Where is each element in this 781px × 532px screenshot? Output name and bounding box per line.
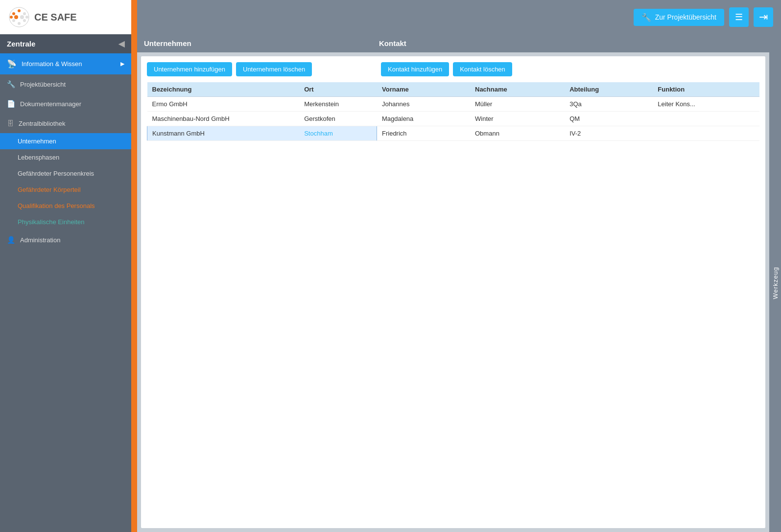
chevron-right-icon: ▶ bbox=[120, 61, 124, 67]
sidebar-subitem-lebensphasen[interactable]: Lebensphasen bbox=[0, 149, 131, 165]
sidebar-subitem-label: Gefährdeter Personenkreis bbox=[18, 170, 94, 177]
table-row[interactable]: MagdalenaWinterQM bbox=[377, 112, 759, 126]
btn-kontakt-loeschen[interactable]: Kontakt löschen bbox=[453, 62, 512, 76]
col-bezeichnung: Bezeichnung bbox=[147, 82, 300, 97]
cell-ort: Merkenstein bbox=[299, 97, 377, 112]
sidebar-subitem-label: Unternehmen bbox=[18, 138, 56, 145]
svg-point-1 bbox=[12, 12, 15, 15]
table-row[interactable]: Kunstmann GmbHStochham bbox=[147, 126, 377, 141]
sidebar-item-administration[interactable]: 👤 Administration bbox=[0, 230, 131, 250]
cell-bezeichnung: Kunstmann GmbH bbox=[147, 126, 300, 141]
cell-ort: Gerstkofen bbox=[299, 112, 377, 126]
svg-point-8 bbox=[25, 16, 28, 19]
sidebar-title: Zentrale bbox=[7, 40, 35, 48]
hamburger-icon: ☰ bbox=[735, 12, 743, 23]
header-right: 🔧 Zur Projektübersicht ☰ ⇥ bbox=[137, 0, 781, 34]
cell-abteilung: IV-2 bbox=[565, 126, 653, 141]
svg-point-10 bbox=[20, 15, 24, 19]
kontakt-section-title: Kontakt bbox=[379, 39, 762, 47]
svg-point-5 bbox=[18, 22, 21, 25]
cell-ort: Stochham bbox=[299, 126, 377, 141]
btn-projektubersicht-label: Zur Projektübersicht bbox=[655, 13, 716, 21]
sidebar-item-projektuebersicht[interactable]: 🔧 Projektübersicht bbox=[0, 74, 131, 94]
btn-projektubersicht[interactable]: 🔧 Zur Projektübersicht bbox=[634, 9, 724, 26]
section-header: Unternehmen Kontakt bbox=[137, 34, 769, 52]
cell-vorname: Friedrich bbox=[377, 126, 470, 141]
table-row[interactable]: FriedrichObmannIV-2 bbox=[377, 126, 759, 141]
cell-funktion bbox=[653, 112, 759, 126]
person-icon: 👤 bbox=[7, 236, 15, 244]
sidebar-subitem-label: Qualifikation des Personals bbox=[18, 202, 95, 209]
file-icon: 📄 bbox=[7, 100, 15, 108]
cell-vorname: Magdalena bbox=[377, 112, 470, 126]
col-vorname: Vorname bbox=[377, 82, 470, 97]
werkzeug-bar[interactable]: Werkzeug bbox=[769, 34, 781, 532]
header: CE SAFE 🔧 Zur Projektübersicht ☰ ⇥ bbox=[0, 0, 781, 34]
sidebar-item-dokumentenmanager[interactable]: 📄 Dokumentenmanager bbox=[0, 94, 131, 114]
btn-hamburger[interactable]: ☰ bbox=[729, 7, 749, 27]
tables-row: Bezeichnung Ort Ermo GmbHMerkensteinMasc… bbox=[147, 82, 759, 141]
sidebar-subitem-gefaehrdeter-koerperteil[interactable]: Gefährdeter Körperteil bbox=[0, 182, 131, 198]
btn-exit[interactable]: ⇥ bbox=[754, 7, 773, 27]
sidebar-header: Zentrale ◀ bbox=[0, 34, 131, 53]
cell-funktion: Leiter Kons... bbox=[653, 97, 759, 112]
logo-area: CE SAFE bbox=[0, 0, 131, 34]
sidebar-subitem-unternehmen[interactable]: Unternehmen bbox=[0, 133, 131, 149]
sidebar-subitem-qualifikation-personal[interactable]: Qualifikation des Personals bbox=[0, 198, 131, 214]
svg-point-7 bbox=[10, 16, 13, 19]
cell-nachname: Winter bbox=[470, 112, 565, 126]
action-right: Kontakt hinzufügen Kontakt löschen bbox=[381, 62, 759, 76]
svg-point-6 bbox=[23, 19, 26, 22]
wrench-icon: 🔧 bbox=[7, 80, 15, 88]
table-kontakt: Vorname Nachname Abteilung Funktion Joha… bbox=[377, 82, 759, 141]
svg-point-4 bbox=[12, 19, 15, 22]
cell-abteilung: QM bbox=[565, 112, 653, 126]
sidebar-item-information-wissen[interactable]: 📡 Information & Wissen ▶ bbox=[0, 53, 131, 74]
btn-kontakt-hinzufuegen[interactable]: Kontakt hinzufügen bbox=[381, 62, 449, 76]
btn-unternehmen-hinzufuegen[interactable]: Unternehmen hinzufügen bbox=[147, 62, 232, 76]
sidebar-subitem-gefaehrdeter-personenkreis[interactable]: Gefährdeter Personenkreis bbox=[0, 165, 131, 182]
sidebar-subitem-label: Physikalische Einheiten bbox=[18, 218, 85, 226]
sidebar-subitem-label: Lebensphasen bbox=[18, 154, 59, 161]
kontakt-header-row: Vorname Nachname Abteilung Funktion bbox=[377, 82, 759, 97]
sidebar-collapse-icon[interactable]: ◀ bbox=[118, 39, 124, 48]
sidebar-item-label: Dokumentenmanager bbox=[20, 100, 81, 108]
col-ort: Ort bbox=[299, 82, 377, 97]
table-row[interactable]: Maschinenbau-Nord GmbHGerstkofen bbox=[147, 112, 377, 126]
cell-nachname: Obmann bbox=[470, 126, 565, 141]
svg-point-2 bbox=[18, 9, 21, 12]
btn-unternehmen-loeschen[interactable]: Unternehmen löschen bbox=[236, 62, 312, 76]
sidebar-item-zentralbibliothek[interactable]: 🗄 Zentralbibliothek bbox=[0, 114, 131, 133]
cell-abteilung: 3Qa bbox=[565, 97, 653, 112]
table-row[interactable]: JohannesMüller3QaLeiter Kons... bbox=[377, 97, 759, 112]
cell-bezeichnung: Ermo GmbH bbox=[147, 97, 300, 112]
col-funktion: Funktion bbox=[653, 82, 759, 97]
logo-icon bbox=[9, 7, 29, 27]
unternehmen-section-title: Unternehmen bbox=[144, 39, 379, 47]
wrench-icon: 🔧 bbox=[641, 13, 651, 22]
col-nachname: Nachname bbox=[470, 82, 565, 97]
exit-icon: ⇥ bbox=[759, 11, 768, 23]
rss-icon: 📡 bbox=[7, 59, 17, 69]
content-area: Unternehmen Kontakt Unternehmen hinzufüg… bbox=[137, 34, 769, 532]
unternehmen-header-row: Bezeichnung Ort bbox=[147, 82, 377, 97]
action-row: Unternehmen hinzufügen Unternehmen lösch… bbox=[147, 62, 759, 76]
cell-nachname: Müller bbox=[470, 97, 565, 112]
table-row[interactable]: Ermo GmbHMerkenstein bbox=[147, 97, 377, 112]
sidebar-item-label: Projektübersicht bbox=[20, 81, 66, 88]
admin-label: Administration bbox=[20, 236, 60, 244]
panel-content: Unternehmen hinzufügen Unternehmen lösch… bbox=[141, 56, 765, 528]
svg-point-9 bbox=[14, 15, 18, 19]
sidebar-subitem-physikalische-einheiten[interactable]: Physikalische Einheiten bbox=[0, 214, 131, 230]
table-unternehmen: Bezeichnung Ort Ermo GmbHMerkensteinMasc… bbox=[147, 82, 377, 141]
cell-funktion bbox=[653, 126, 759, 141]
database-icon: 🗄 bbox=[7, 119, 14, 127]
col-abteilung: Abteilung bbox=[565, 82, 653, 97]
orange-divider bbox=[131, 34, 137, 532]
sidebar-subitem-label: Gefährdeter Körperteil bbox=[18, 186, 81, 193]
orange-bar bbox=[131, 0, 137, 34]
sidebar: Zentrale ◀ 📡 Information & Wissen ▶ 🔧 Pr… bbox=[0, 34, 131, 532]
sidebar-item-label: Information & Wissen bbox=[22, 60, 82, 68]
werkzeug-label: Werkzeug bbox=[772, 267, 779, 299]
cell-bezeichnung: Maschinenbau-Nord GmbH bbox=[147, 112, 300, 126]
